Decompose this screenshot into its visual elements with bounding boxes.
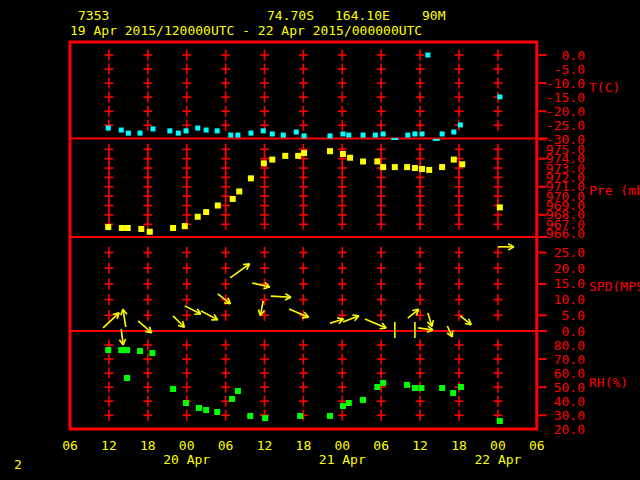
svg-text:966.0: 966.0 xyxy=(546,226,585,241)
svg-text:06: 06 xyxy=(218,438,234,453)
grid xyxy=(104,50,502,421)
svg-text:25.0: 25.0 xyxy=(554,245,585,260)
svg-text:20 Apr: 20 Apr xyxy=(163,452,210,467)
svg-text:-15.0: -15.0 xyxy=(546,90,585,105)
svg-text:06: 06 xyxy=(373,438,389,453)
svg-text:21 Apr: 21 Apr xyxy=(319,452,366,467)
svg-text:15.0: 15.0 xyxy=(554,276,585,291)
svg-text:10.0: 10.0 xyxy=(554,292,585,307)
svg-text:18: 18 xyxy=(140,438,156,453)
x-axis-labels: 0612180006121800061218000620 Apr21 Apr22… xyxy=(62,438,544,467)
wind-arrows xyxy=(103,244,514,345)
svg-text:60.0: 60.0 xyxy=(554,366,585,381)
svg-text:Pre (mb): Pre (mb) xyxy=(589,183,640,198)
svg-text:-25.0: -25.0 xyxy=(546,118,585,133)
meteogram-screen: 7353 74.70S 164.10E 90M 19 Apr 2015/1200… xyxy=(0,0,640,480)
svg-text:20.0: 20.0 xyxy=(554,422,585,437)
svg-text:5.0: 5.0 xyxy=(562,308,585,323)
svg-text:12: 12 xyxy=(412,438,428,453)
svg-text:20.0: 20.0 xyxy=(554,261,585,276)
svg-text:0.0: 0.0 xyxy=(562,324,585,339)
meteogram-chart: 0.0-5.0-10.0-15.0-20.0-25.0-30.0T(C)975.… xyxy=(0,0,640,480)
svg-text:30.0: 30.0 xyxy=(554,408,585,423)
svg-text:70.0: 70.0 xyxy=(554,352,585,367)
svg-text:-20.0: -20.0 xyxy=(546,104,585,119)
svg-text:12: 12 xyxy=(101,438,117,453)
svg-text:00: 00 xyxy=(334,438,350,453)
svg-text:06: 06 xyxy=(62,438,78,453)
svg-text:SPD(MPS): SPD(MPS) xyxy=(589,279,640,294)
svg-text:80.0: 80.0 xyxy=(554,338,585,353)
svg-text:-10.0: -10.0 xyxy=(546,76,585,91)
svg-text:RH(%): RH(%) xyxy=(589,375,628,390)
svg-text:50.0: 50.0 xyxy=(554,380,585,395)
svg-text:18: 18 xyxy=(296,438,312,453)
plot-frame xyxy=(70,42,547,429)
y-axis-labels: 0.0-5.0-10.0-15.0-20.0-25.0-30.0T(C)975.… xyxy=(546,48,640,437)
svg-text:06: 06 xyxy=(529,438,545,453)
svg-text:22 Apr: 22 Apr xyxy=(474,452,521,467)
svg-text:00: 00 xyxy=(490,438,506,453)
svg-text:-5.0: -5.0 xyxy=(554,62,585,77)
svg-text:18: 18 xyxy=(451,438,467,453)
svg-text:40.0: 40.0 xyxy=(554,394,585,409)
page-number: 2 xyxy=(14,458,22,472)
svg-text:T(C): T(C) xyxy=(589,80,620,95)
svg-text:12: 12 xyxy=(257,438,273,453)
svg-text:00: 00 xyxy=(179,438,195,453)
svg-text:0.0: 0.0 xyxy=(562,48,585,63)
